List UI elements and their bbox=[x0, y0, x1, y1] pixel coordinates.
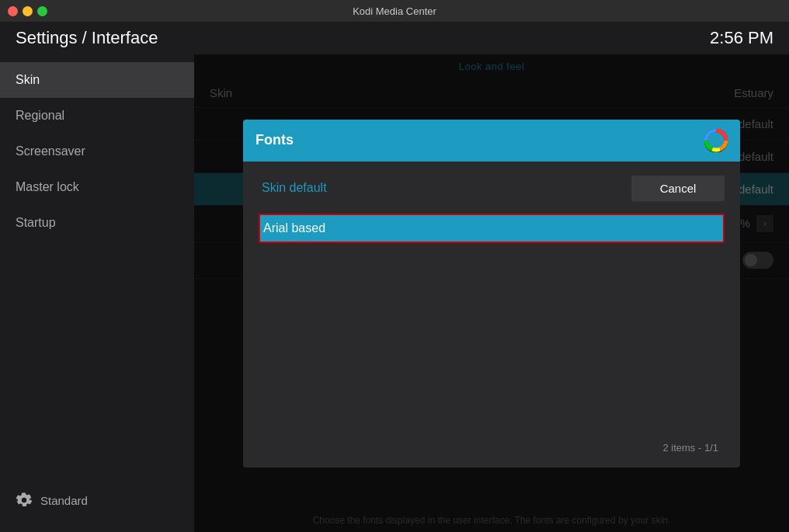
dialog-title: Fonts bbox=[255, 132, 294, 148]
top-header: Settings / Interface 2:56 PM bbox=[0, 22, 789, 54]
sidebar-item-label: Startup bbox=[16, 216, 56, 230]
items-count: 2 items - 1/1 bbox=[255, 436, 728, 460]
sidebar-item-master-lock[interactable]: Master lock bbox=[0, 169, 194, 205]
sidebar-bottom: Standard bbox=[0, 484, 194, 516]
titlebar: Kodi Media Center bbox=[0, 0, 789, 22]
dialog-body: Skin default Cancel Arial based 2 items … bbox=[243, 162, 740, 468]
dialog-item-arial-based[interactable]: Arial based bbox=[259, 214, 725, 243]
standard-label: Standard bbox=[40, 494, 88, 507]
minimize-button[interactable] bbox=[23, 6, 33, 16]
dialog-item-arial-based-label: Arial based bbox=[263, 221, 325, 235]
traffic-lights bbox=[8, 6, 47, 16]
dialog-header: Fonts bbox=[243, 120, 740, 162]
sidebar-item-startup[interactable]: Startup bbox=[0, 205, 194, 241]
close-button[interactable] bbox=[8, 6, 18, 16]
gear-icon bbox=[16, 492, 33, 509]
sidebar-item-screensaver[interactable]: Screensaver bbox=[0, 134, 194, 169]
app-body: Settings / Interface 2:56 PM Skin Region… bbox=[0, 22, 789, 532]
fonts-dialog: Fonts Skin default bbox=[243, 120, 740, 468]
dialog-spacer bbox=[255, 249, 728, 436]
sidebar-item-label: Screensaver bbox=[16, 144, 85, 158]
dialog-item-skin-default-label: Skin default bbox=[259, 176, 330, 199]
clock: 2:56 PM bbox=[710, 28, 773, 48]
svg-point-4 bbox=[711, 135, 721, 146]
maximize-button[interactable] bbox=[37, 6, 47, 16]
sidebar-item-skin[interactable]: Skin bbox=[0, 62, 194, 98]
sidebar-item-label: Regional bbox=[16, 109, 64, 123]
content-area: Skin Regional Screensaver Master lock St… bbox=[0, 54, 789, 532]
page-title: Settings / Interface bbox=[16, 28, 158, 48]
cancel-button[interactable]: Cancel bbox=[631, 176, 725, 201]
window-title: Kodi Media Center bbox=[353, 5, 436, 17]
dialog-row-1: Skin default Cancel bbox=[255, 169, 728, 207]
sidebar-item-regional[interactable]: Regional bbox=[0, 98, 194, 134]
sidebar-item-label: Master lock bbox=[16, 180, 79, 194]
sidebar-item-label: Skin bbox=[16, 73, 40, 87]
kodi-icon bbox=[704, 129, 728, 152]
dialog-item-skin-default[interactable]: Skin default bbox=[259, 181, 631, 195]
main-content: Look and feel Skin Estuary Skin default … bbox=[194, 54, 789, 532]
sidebar: Skin Regional Screensaver Master lock St… bbox=[0, 54, 194, 532]
dialog-row-2: Arial based bbox=[255, 207, 728, 249]
